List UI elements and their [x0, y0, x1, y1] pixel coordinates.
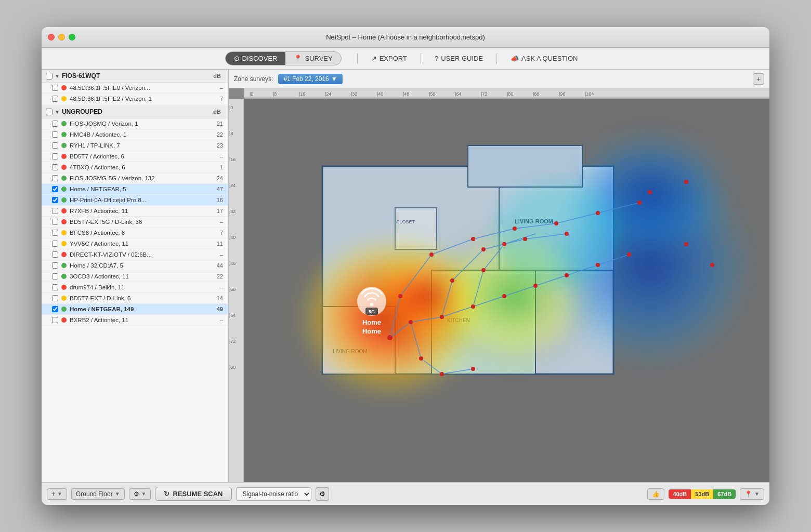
signal-indicator	[61, 197, 67, 203]
list-item[interactable]: FiOS-JOSMG-5G / Verizon, 132 24	[42, 173, 228, 184]
list-item[interactable]: Home / NETGEAR, 149 49	[42, 304, 228, 315]
list-item[interactable]: YVV5C / Actiontec, 11 11	[42, 238, 228, 249]
item-checkbox[interactable]	[52, 284, 58, 290]
list-item[interactable]: BD5T7 / Actiontec, 6 –	[42, 151, 228, 162]
signal-indicator	[61, 143, 67, 148]
toolbar-separator	[357, 54, 358, 64]
close-button[interactable]	[48, 34, 55, 41]
group1-name: FiOS-61WQT	[62, 72, 100, 79]
svg-text:|32: |32	[351, 91, 357, 97]
collapse-arrow-1[interactable]: ▼	[55, 73, 60, 79]
svg-point-45	[494, 182, 619, 286]
floor-settings-btn[interactable]: ⚙ ▼	[129, 488, 151, 500]
map-background[interactable]: LIVING ROOM KITCHEN LIVING ROOM CLOSET	[244, 99, 769, 482]
item-checkbox[interactable]	[52, 131, 58, 138]
discover-icon: ⊙	[234, 55, 240, 62]
item-checkbox[interactable]	[52, 164, 58, 170]
item-checkbox[interactable]	[52, 175, 58, 181]
svg-text:5G: 5G	[369, 309, 375, 314]
export-icon: ↗	[371, 55, 377, 62]
thumbs-up-btn[interactable]: 👍	[647, 488, 664, 500]
item-checkbox[interactable]	[52, 96, 58, 102]
list-item[interactable]: Home / NETGEAR, 5 47	[42, 184, 228, 195]
user-guide-btn[interactable]: ? USER GUIDE	[426, 52, 491, 65]
collapse-arrow-2[interactable]: ▼	[55, 109, 60, 115]
list-item[interactable]: HMC4B / Actiontec, 1 22	[42, 129, 228, 140]
list-item[interactable]: drum974 / Belkin, 11 –	[42, 282, 228, 293]
list-item[interactable]: FiOS-JOSMG / Verizon, 1 21	[42, 118, 228, 129]
discover-tab[interactable]: ⊙ DISCOVER	[226, 52, 286, 65]
svg-text:|32: |32	[229, 209, 236, 214]
map-canvas[interactable]: |0|8|16 |24|32|40 |48|56|64 |72|80|88 |9…	[229, 88, 769, 482]
item-checkbox[interactable]	[52, 273, 58, 280]
group2-header[interactable]: ▼ UNGROUPED dB	[42, 105, 228, 118]
group1-header[interactable]: ▼ FiOS-61WQT dB	[42, 70, 228, 83]
list-item[interactable]: DIRECT-KT-VIZIOTV / 02:6B... –	[42, 249, 228, 260]
item-checkbox[interactable]	[52, 197, 58, 203]
location-btn[interactable]: 📍 ▼	[740, 488, 764, 500]
add-zone-btn[interactable]: +	[753, 73, 764, 85]
list-item[interactable]: BFCS6 / Actiontec, 6 7	[42, 228, 228, 238]
item-checkbox[interactable]	[52, 230, 58, 236]
item-checkbox[interactable]	[52, 251, 58, 258]
list-item[interactable]: 48:5D:36:1F:5F:E0 / Verizon... –	[42, 83, 228, 94]
item-checkbox[interactable]	[52, 295, 58, 301]
group2-checkbox[interactable]	[46, 109, 53, 115]
add-btn-arrow: ▼	[57, 491, 62, 497]
signal-indicator	[61, 96, 67, 101]
help-icon: ?	[435, 55, 438, 62]
item-checkbox[interactable]	[52, 85, 58, 91]
signal-indicator	[61, 132, 67, 137]
svg-text:|72: |72	[229, 339, 236, 344]
signal-indicator	[61, 252, 67, 257]
export-btn[interactable]: ↗ EXPORT	[363, 52, 415, 65]
list-item[interactable]: 4TBXQ / Actiontec, 6 1	[42, 162, 228, 173]
zone-select-btn[interactable]: #1 Feb 22, 2016 ▼	[278, 74, 342, 84]
resume-scan-btn[interactable]: ↻ RESUME SCAN	[155, 487, 231, 501]
network-sidebar: ▼ FiOS-61WQT dB 48:5D:36:1F:5F:E0 / Veri…	[42, 70, 229, 482]
item-checkbox[interactable]	[52, 262, 58, 269]
zone-surveys-label: Zone surveys:	[234, 75, 273, 83]
maximize-button[interactable]	[69, 34, 75, 41]
list-item[interactable]: 3OCD3 / Actiontec, 11 22	[42, 271, 228, 282]
signal-type-select[interactable]: Signal-to-noise ratio Signal level	[236, 487, 311, 501]
list-item[interactable]: BD5T7-EXT5G / D-Link, 36 –	[42, 217, 228, 228]
traffic-lights	[48, 34, 75, 41]
group2-name: UNGROUPED	[62, 108, 102, 115]
group1-checkbox[interactable]	[46, 73, 53, 79]
svg-text:|0: |0	[229, 105, 233, 110]
list-item[interactable]: R7XFB / Actiontec, 11 17	[42, 206, 228, 217]
svg-text:|48: |48	[403, 91, 409, 97]
item-checkbox[interactable]	[52, 153, 58, 159]
ask-question-btn[interactable]: 📣 ASK A QUESTION	[502, 52, 586, 65]
survey-tab[interactable]: 📍 SURVEY	[285, 52, 341, 65]
item-checkbox[interactable]	[52, 241, 58, 247]
item-checkbox[interactable]	[52, 219, 58, 225]
minimize-button[interactable]	[58, 34, 65, 41]
list-item[interactable]: BD5T7-EXT / D-Link, 6 14	[42, 293, 228, 304]
item-checkbox[interactable]	[52, 317, 58, 323]
toolbar-separator-2	[421, 54, 421, 64]
list-item[interactable]: RYH1 / TP-LINK, 7 23	[42, 140, 228, 151]
dropdown-icon: ▼	[331, 75, 337, 83]
item-checkbox[interactable]	[52, 186, 58, 192]
ruler-horizontal: |0|8|16 |24|32|40 |48|56|64 |72|80|88 |9…	[244, 88, 769, 99]
signal-indicator	[61, 230, 67, 235]
svg-point-52	[565, 273, 569, 277]
item-checkbox[interactable]	[52, 142, 58, 149]
svg-point-65	[565, 232, 569, 236]
item-checkbox[interactable]	[52, 208, 58, 214]
list-item[interactable]: Home / 32:CD:A7, 5 44	[42, 260, 228, 271]
location-icon: 📍	[744, 490, 752, 498]
item-checkbox[interactable]	[52, 121, 58, 127]
item-checkbox[interactable]	[52, 306, 58, 312]
list-item[interactable]: 48:5D:36:1F:5F:E2 / Verizon, 1 7	[42, 94, 228, 104]
svg-point-56	[429, 252, 434, 257]
floor-select-btn[interactable]: Ground Floor ▼	[71, 488, 125, 500]
list-item[interactable]: BXRB2 / Actiontec, 11 –	[42, 315, 228, 326]
svg-text:|88: |88	[533, 91, 539, 97]
add-floor-btn[interactable]: + ▼	[47, 488, 67, 500]
signal-settings-btn[interactable]: ⚙	[316, 487, 329, 501]
list-item[interactable]: HP-Print-0A-Officejet Pro 8... 16	[42, 195, 228, 206]
svg-text:|40: |40	[377, 91, 383, 97]
